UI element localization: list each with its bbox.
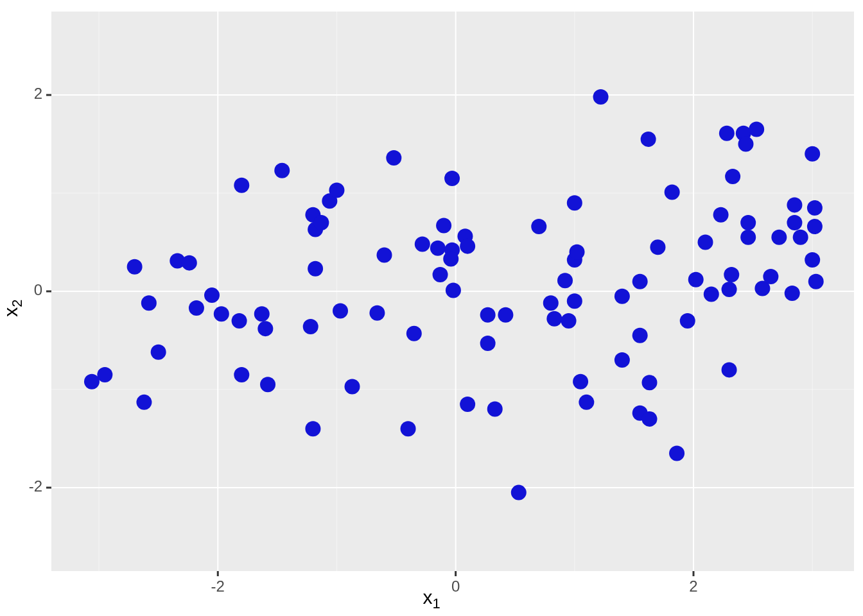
plot-panel: -202-202 [51, 12, 854, 571]
data-point [641, 132, 656, 147]
data-point [189, 300, 204, 316]
data-point [446, 282, 461, 298]
data-point [305, 421, 320, 436]
data-point [793, 230, 808, 245]
data-point [204, 287, 220, 303]
data-point [141, 295, 157, 311]
data-point [415, 237, 430, 252]
data-point [377, 247, 392, 262]
data-point [632, 328, 648, 343]
data-point [713, 207, 729, 223]
data-point [480, 336, 496, 351]
data-point [546, 311, 562, 327]
data-point [593, 89, 609, 105]
data-point [704, 287, 719, 302]
data-point [232, 313, 247, 329]
data-point [234, 178, 249, 193]
data-point [615, 289, 630, 304]
data-point [808, 274, 824, 289]
data-point [785, 286, 800, 301]
data-point [401, 421, 416, 436]
data-point [345, 379, 360, 394]
x-tick-label: 2 [689, 578, 697, 595]
data-point [725, 169, 740, 184]
data-point [650, 239, 665, 255]
data-point [260, 377, 275, 392]
plot-svg: -202-202 [51, 12, 854, 571]
data-point [615, 352, 630, 368]
data-point [722, 362, 737, 377]
data-point [430, 241, 446, 256]
data-point [84, 374, 100, 389]
data-point [511, 485, 527, 501]
data-point [724, 267, 739, 282]
data-point [787, 215, 802, 230]
data-point [498, 307, 513, 323]
data-point [254, 306, 270, 321]
data-point [807, 219, 823, 234]
data-point [460, 239, 475, 254]
data-point [749, 122, 764, 137]
data-point [570, 244, 585, 260]
data-point [97, 367, 112, 382]
data-point [443, 252, 458, 267]
data-point [214, 306, 229, 321]
data-point [641, 375, 657, 390]
data-point [433, 267, 448, 282]
data-point [436, 218, 451, 234]
data-point [669, 445, 684, 461]
data-point [182, 255, 197, 271]
data-point [313, 215, 329, 230]
data-point [406, 326, 422, 341]
data-point [805, 146, 820, 162]
data-point [807, 200, 823, 216]
data-point [688, 272, 704, 287]
data-point [719, 126, 735, 141]
data-point [257, 321, 273, 336]
data-point [480, 307, 496, 323]
data-point [567, 293, 582, 309]
x-tick-label: -2 [211, 578, 225, 595]
data-point [531, 219, 546, 234]
data-point [665, 184, 680, 200]
y-tick-label: -2 [29, 477, 42, 495]
data-point [308, 261, 323, 277]
data-point [738, 137, 753, 152]
data-point [722, 282, 737, 297]
data-point [127, 259, 143, 275]
data-point [136, 395, 152, 410]
data-point [557, 273, 573, 288]
data-point [329, 182, 344, 198]
data-point [561, 313, 577, 329]
data-point [771, 230, 787, 245]
data-point [444, 171, 460, 186]
data-point [680, 313, 695, 329]
x-axis-label: x1 [0, 586, 863, 612]
data-point [740, 230, 756, 245]
data-point [487, 402, 503, 417]
x-tick-label: 0 [451, 578, 460, 595]
scatter-chart: x2 x1 -202-202 [0, 0, 863, 616]
data-point [274, 163, 290, 178]
data-point [543, 295, 559, 311]
data-point [567, 195, 582, 210]
data-point [579, 395, 594, 410]
data-point [763, 269, 778, 284]
data-point [632, 274, 648, 289]
data-point [234, 367, 249, 382]
y-axis-label: x2 [0, 299, 26, 316]
data-point [698, 235, 713, 250]
data-point [303, 319, 318, 334]
data-point [333, 304, 348, 319]
data-point [386, 150, 401, 166]
data-point [787, 197, 802, 212]
data-point [641, 411, 657, 427]
y-tick-label: 0 [34, 281, 42, 298]
data-point [460, 397, 475, 412]
data-point [369, 305, 385, 321]
y-tick-label: 2 [34, 85, 42, 102]
data-point [151, 345, 166, 360]
data-point [740, 215, 756, 230]
data-point [573, 374, 588, 389]
data-point [805, 252, 820, 268]
